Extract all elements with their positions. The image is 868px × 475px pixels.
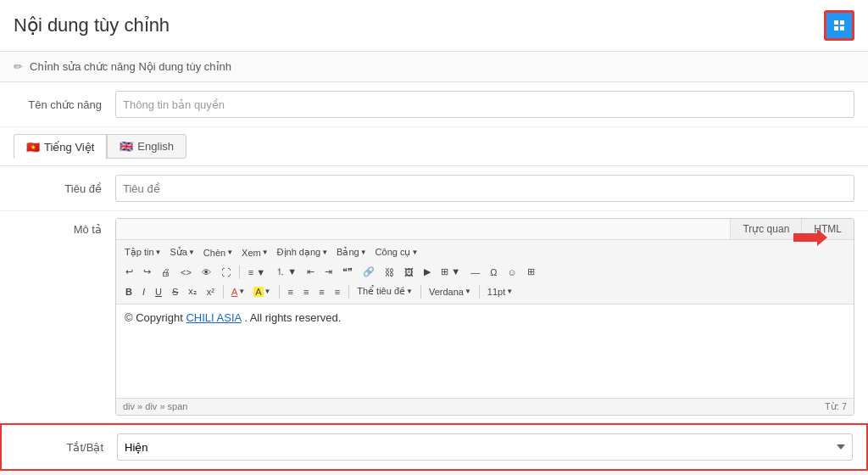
ten-chuc-nang-row: Tên chức năng [0, 82, 868, 127]
flag-vn-icon: 🇻🇳 [26, 141, 40, 154]
font-color-label: A [231, 287, 237, 297]
emoji-button[interactable]: ☺ [503, 265, 520, 279]
tab-tieng-viet[interactable]: 🇻🇳 Tiếng Việt [14, 134, 107, 159]
menu-sua-label: Sửa [170, 247, 186, 258]
svg-rect-1 [834, 20, 838, 25]
align-right-button[interactable]: ≡ [314, 285, 328, 299]
sep2 [223, 285, 224, 299]
underline-button[interactable]: U [151, 285, 166, 299]
subscript-button[interactable]: x₂ [184, 284, 201, 299]
chevron-font: ▼ [465, 288, 471, 295]
link-button[interactable]: 🔗 [359, 265, 379, 279]
mo-ta-row: Mô tả Trực quan HTML Tập tin ▼ Sửa ▼ [0, 211, 868, 423]
arrow-indicator [793, 229, 827, 246]
editor-body[interactable]: © Copyright CHILI ASIA . All rights rese… [116, 305, 854, 398]
chevron-xem: ▼ [262, 249, 269, 256]
editor-suffix-text: . All rights reserved. [244, 311, 341, 324]
form-container: Tên chức năng 🇻🇳 Tiếng Việt 🇬🇧 English T… [0, 82, 868, 471]
special-char-button[interactable]: Ω [486, 265, 501, 279]
print-button[interactable]: 🖨 [157, 265, 175, 279]
svg-rect-3 [834, 26, 838, 31]
menu-dinh-dang-label: Định dạng [277, 247, 321, 258]
header-icon-button[interactable] [824, 10, 854, 41]
tab-english[interactable]: 🇬🇧 English [107, 134, 186, 159]
toolbar-icon-row1: ↩ ↪ 🖨 <> 👁 ⛶ ≡ ▼ ⒈ ▼ ⇤ ⇥ ❝❞ 🔗 ⛓ 🖼 ▶ [121, 262, 849, 282]
ten-chuc-nang-input[interactable] [115, 91, 854, 118]
tat-bat-label: Tắt/Bật [15, 441, 117, 454]
chevron-cong-cu: ▼ [411, 249, 418, 256]
editor-container: Trực quan HTML Tập tin ▼ Sửa ▼ Chèn [115, 218, 854, 416]
menu-dinh-dang[interactable]: Định dạng ▼ [274, 245, 332, 260]
superscript-button[interactable]: x² [203, 285, 219, 299]
mo-ta-label: Mô tả [14, 218, 115, 416]
redo-button[interactable]: ↪ [139, 265, 155, 279]
image-button[interactable]: 🖼 [400, 265, 418, 279]
align-left-button[interactable]: ≡ [284, 285, 298, 299]
flag-en-icon: 🇬🇧 [120, 140, 133, 153]
section-heading: Chỉnh sửa chức năng Nội dung tùy chỉnh [30, 60, 231, 73]
menu-sua[interactable]: Sửa ▼ [166, 245, 198, 260]
menu-tap-tin-label: Tập tin [125, 247, 154, 258]
tab-english-label: English [137, 140, 174, 153]
editor-footer: div » div » span Từ: 7 [116, 398, 854, 415]
menu-cong-cu-label: Công cụ [376, 247, 411, 258]
page-header: Nội dung tùy chỉnh [0, 0, 868, 52]
sep6 [479, 285, 480, 299]
editor-tabs: Trực quan HTML [116, 219, 854, 240]
code-button[interactable]: <> [176, 265, 196, 279]
menu-xem-label: Xem [242, 248, 261, 258]
undo-button[interactable]: ↩ [121, 265, 137, 279]
align-justify-button[interactable]: ≡ [331, 285, 344, 299]
editor-copyright-text: © Copyright [125, 311, 183, 324]
italic-button[interactable]: I [138, 285, 149, 299]
bg-color-dropdown[interactable]: A ▼ [250, 285, 274, 299]
size-dropdown[interactable]: 11pt ▼ [484, 285, 516, 299]
toolbar-format-row: B I U S x₂ x² A ▼ A ▼ ≡ [121, 282, 849, 300]
media-button[interactable]: ▶ [420, 265, 435, 279]
numbered-list-button[interactable]: ⒈ ▼ [271, 264, 301, 280]
chevron-bg-color: ▼ [264, 288, 271, 295]
menu-xem[interactable]: Xem ▼ [238, 246, 272, 260]
fullscreen-button[interactable]: ⛶ [217, 265, 235, 279]
indent-button[interactable]: ⇥ [320, 265, 337, 279]
chevron-chen: ▼ [226, 249, 233, 256]
editor-link[interactable]: CHILI ASIA [186, 311, 241, 324]
sep4 [348, 285, 349, 299]
style-dropdown-label: Thể tiêu đề [357, 286, 405, 297]
menu-tap-tin[interactable]: Tập tin ▼ [121, 245, 164, 260]
style-dropdown[interactable]: Thể tiêu đề ▼ [353, 284, 416, 299]
menu-chen-label: Chèn [203, 248, 225, 258]
chevron-style: ▼ [406, 288, 413, 295]
menu-chen[interactable]: Chèn ▼ [200, 246, 236, 260]
font-dropdown-label: Verdana [429, 287, 464, 297]
editor-toolbar: Tập tin ▼ Sửa ▼ Chèn ▼ Xem ▼ [116, 240, 854, 305]
menu-bang[interactable]: Bảng ▼ [333, 245, 370, 260]
tab-truc-quan[interactable]: Trực quan [730, 219, 801, 239]
table-button[interactable]: ⊞ ▼ [437, 265, 465, 279]
blockquote-button[interactable]: ❝❞ [338, 265, 357, 279]
outdent-button[interactable]: ⇤ [303, 265, 319, 279]
editor-path: div » div » span [123, 401, 187, 412]
bg-color-label: A [253, 287, 263, 297]
sep3 [279, 285, 280, 299]
hr-button[interactable]: — [466, 265, 484, 279]
tat-bat-select[interactable]: Hiện Ẩn [117, 433, 853, 461]
chevron-size: ▼ [506, 288, 513, 295]
menu-cong-cu[interactable]: Công cụ ▼ [372, 245, 422, 260]
strikethrough-button[interactable]: S [168, 285, 182, 299]
bullet-list-button[interactable]: ≡ ▼ [244, 265, 270, 279]
ten-chuc-nang-label: Tên chức năng [14, 98, 115, 111]
more-button[interactable]: ⊞ [523, 265, 539, 279]
preview-button[interactable]: 👁 [198, 265, 215, 279]
chevron-dinh-dang: ▼ [321, 249, 328, 256]
tab-tieng-viet-label: Tiếng Việt [44, 141, 94, 154]
language-tabs: 🇻🇳 Tiếng Việt 🇬🇧 English [0, 127, 868, 166]
unlink-button[interactable]: ⛓ [381, 265, 398, 279]
font-dropdown[interactable]: Verdana ▼ [426, 285, 475, 299]
font-color-dropdown[interactable]: A ▼ [228, 285, 248, 299]
tieu-de-input[interactable] [115, 175, 854, 202]
align-center-button[interactable]: ≡ [299, 285, 313, 299]
bold-button[interactable]: B [121, 285, 136, 299]
section-header: ✏ Chỉnh sửa chức năng Nội dung tùy chỉnh [0, 52, 868, 82]
sep1 [239, 265, 240, 279]
